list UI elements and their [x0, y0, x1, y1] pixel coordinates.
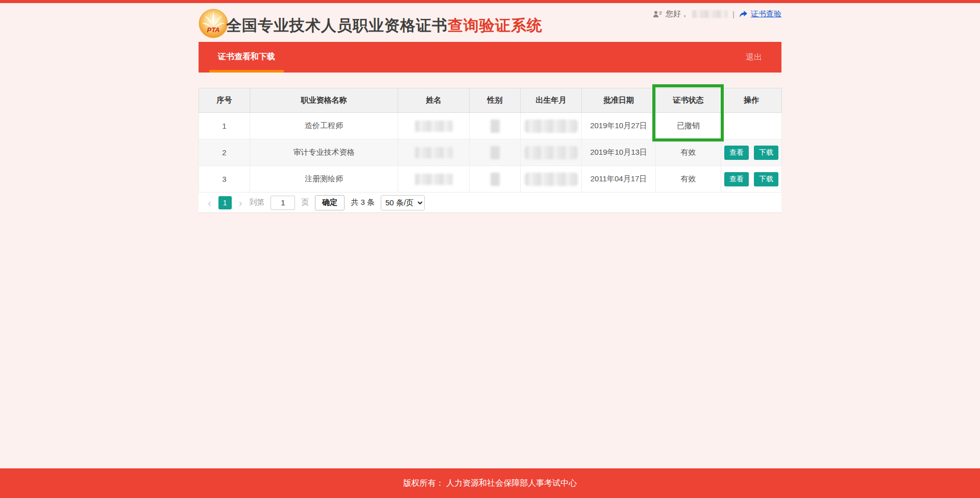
goto-page-prefix: 到第: [249, 198, 264, 207]
goto-page-input[interactable]: [271, 196, 295, 210]
column-header: 操作: [721, 88, 782, 113]
main-nav: 证书查看和下载 退出: [199, 42, 781, 73]
cell-gender: [470, 166, 521, 193]
redacted-value: [415, 147, 453, 158]
main-content: 序号职业资格名称姓名性别出生年月批准日期证书状态操作 1造价工程师2019年10…: [199, 88, 781, 213]
cell-actions: [721, 113, 782, 139]
table-row: 2审计专业技术资格2019年10月13日有效查看下载: [199, 139, 782, 166]
redacted-value: [525, 146, 578, 159]
redacted-value: [525, 120, 578, 133]
page-footer: 版权所有： 人力资源和社会保障部人事考试中心: [0, 468, 980, 498]
user-bar: 您好， | 证书查验: [653, 9, 781, 19]
cell-status: 已撤销: [656, 113, 721, 139]
confirm-button[interactable]: 确定: [315, 195, 345, 210]
cell-qual: 造价工程师: [250, 113, 398, 139]
table-body: 1造价工程师2019年10月27日已撤销2审计专业技术资格2019年10月13日…: [199, 113, 782, 193]
cell-qual: 注册测绘师: [250, 166, 398, 193]
page-1-button[interactable]: 1: [218, 196, 232, 209]
table-row: 1造价工程师2019年10月27日已撤销: [199, 113, 782, 139]
redacted-value: [525, 173, 578, 186]
cell-date: 2011年04月17日: [582, 166, 656, 193]
site-header: PTA 全国专业技术人员职业资格证书查询验证系统 您好， | 证书查验: [199, 3, 781, 42]
redacted-value: [491, 120, 500, 133]
goto-page-suffix: 页: [301, 198, 309, 207]
cell-index: 1: [199, 113, 250, 139]
cell-date: 2019年10月27日: [582, 113, 656, 139]
tab-cert-view-download[interactable]: 证书查看和下载: [209, 42, 284, 73]
cell-name: [398, 166, 470, 193]
cell-birth: [521, 166, 582, 193]
page-title-suffix: 查询验证系统: [448, 17, 543, 34]
cell-status: 有效: [656, 139, 721, 166]
certificates-table-wrap: 序号职业资格名称姓名性别出生年月批准日期证书状态操作 1造价工程师2019年10…: [199, 88, 781, 193]
greeting-text: 您好，: [666, 9, 689, 19]
cell-name: [398, 113, 470, 139]
redacted-value: [415, 121, 453, 132]
download-button[interactable]: 下载: [754, 172, 778, 186]
pagination-bar: ‹ 1 › 到第 页 确定 共 3 条 50 条/页: [199, 193, 781, 213]
column-header: 姓名: [398, 88, 470, 113]
redacted-value: [491, 146, 500, 159]
user-icon: [653, 11, 662, 18]
page-title: 全国专业技术人员职业资格证书查询验证系统: [226, 15, 543, 36]
cell-index: 2: [199, 139, 250, 166]
redacted-value: [491, 173, 500, 186]
cell-index: 3: [199, 166, 250, 193]
cell-date: 2019年10月13日: [582, 139, 656, 166]
column-header: 出生年月: [521, 88, 582, 113]
cell-gender: [470, 113, 521, 139]
cell-actions: 查看下载: [721, 166, 782, 193]
cell-gender: [470, 139, 521, 166]
cell-qual: 审计专业技术资格: [250, 139, 398, 166]
next-page-button[interactable]: ›: [238, 198, 243, 208]
table-head-row: 序号职业资格名称姓名性别出生年月批准日期证书状态操作: [199, 88, 782, 113]
cell-name: [398, 139, 470, 166]
download-button[interactable]: 下载: [754, 146, 778, 160]
redacted-username: [692, 10, 728, 18]
svg-text:PTA: PTA: [207, 26, 219, 34]
cell-birth: [521, 113, 582, 139]
copyright-text: 版权所有： 人力资源和社会保障部人事考试中心: [403, 478, 577, 489]
logout-button[interactable]: 退出: [746, 42, 781, 73]
redacted-value: [415, 174, 453, 185]
divider: |: [732, 10, 734, 18]
view-button[interactable]: 查看: [724, 172, 749, 186]
view-button[interactable]: 查看: [724, 146, 749, 160]
column-header: 批准日期: [582, 88, 656, 113]
pta-logo-icon: PTA: [199, 9, 228, 38]
cell-birth: [521, 139, 582, 166]
cell-status: 有效: [656, 166, 721, 193]
column-header: 职业资格名称: [250, 88, 398, 113]
total-count: 共 3 条: [351, 198, 375, 207]
page-size-select[interactable]: 50 条/页: [381, 195, 425, 210]
certificates-table: 序号职业资格名称姓名性别出生年月批准日期证书状态操作 1造价工程师2019年10…: [199, 88, 782, 193]
column-header: 证书状态: [656, 88, 721, 113]
column-header: 序号: [199, 88, 250, 113]
page-title-main: 全国专业技术人员职业资格证书: [226, 17, 448, 34]
column-header: 性别: [470, 88, 521, 113]
table-row: 3注册测绘师2011年04月17日有效查看下载: [199, 166, 782, 193]
cert-verify-link[interactable]: 证书查验: [751, 9, 781, 19]
cert-verify-arrow-icon: [739, 11, 747, 18]
prev-page-button[interactable]: ‹: [207, 198, 212, 208]
cell-actions: 查看下载: [721, 139, 782, 166]
